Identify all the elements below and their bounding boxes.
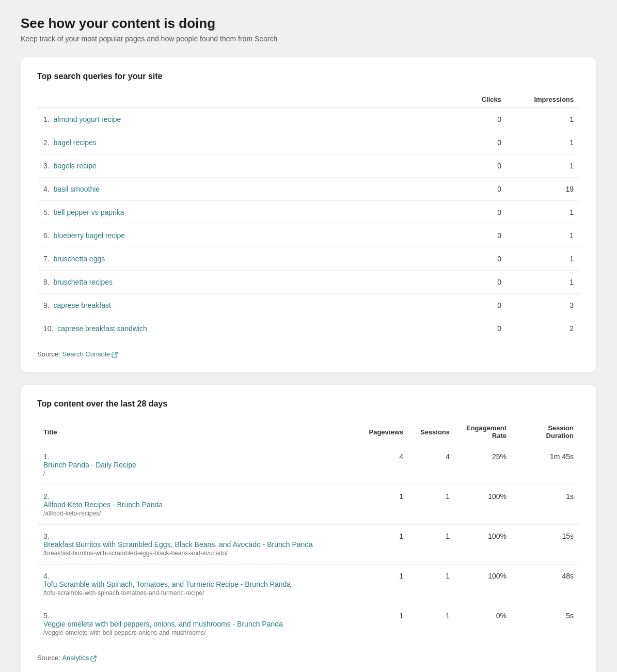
content-title-cell: 2. Allfood Keto Recipes - Brunch Panda /… (37, 485, 358, 525)
clicks-cell: 0 (446, 131, 508, 154)
search-queries-title: Top search queries for your site (37, 72, 580, 81)
pageviews-cell: 1 (358, 604, 409, 644)
pageviews-cell: 1 (358, 525, 409, 565)
clicks-cell: 0 (446, 271, 508, 294)
row-number: 3. (43, 532, 50, 540)
external-link-icon-2 (90, 655, 97, 662)
impressions-cell: 1 (508, 247, 580, 271)
content-title-cell: 4. Tofu Scramble with Spinach, Tomatoes,… (37, 565, 358, 604)
external-link-icon (112, 352, 118, 358)
table-row: 2. Allfood Keto Recipes - Brunch Panda /… (37, 485, 580, 525)
content-title-cell: 5. Veggie omelete with bell peppers, oni… (37, 604, 358, 644)
row-number: 10. (43, 324, 53, 333)
table-row: 10. caprese breakfast sandwich 0 2 (37, 317, 580, 340)
query-cell: 4. basil smoothie (37, 178, 446, 201)
row-number: 8. (43, 278, 50, 286)
content-title-cell: 1. Brunch Panda - Daily Recipe / (37, 445, 358, 485)
query-cell: 8. bruschetta recipes (37, 271, 446, 294)
content-title-cell: 3. Breakfast Burritos with Scrambled Egg… (37, 525, 358, 565)
content-title-link[interactable]: Brunch Panda - Daily Recipe (43, 461, 352, 469)
pageviews-cell: 4 (358, 445, 409, 485)
query-link[interactable]: caprese breakfast (54, 301, 111, 309)
search-queries-table: Clicks Impressions 1. almond yogurt reci… (37, 91, 580, 340)
duration-cell: 1m 45s (513, 445, 580, 485)
clicks-cell: 0 (446, 294, 508, 317)
query-cell: 6. blueberry bagel recipe (37, 224, 446, 247)
duration-cell: 1s (513, 485, 580, 525)
row-number: 3. (43, 162, 50, 170)
content-path: /breakfast-burritos-with-scrambled-eggs-… (43, 550, 352, 557)
query-link[interactable]: caprese breakfast sandwich (57, 324, 147, 333)
clicks-cell: 0 (446, 317, 508, 340)
duration-cell: 5s (513, 604, 580, 644)
pageviews-cell: 1 (358, 565, 409, 604)
engagement-cell: 25% (456, 445, 513, 485)
col-header-sessions: Sessions (409, 419, 456, 445)
row-number: 6. (43, 231, 50, 240)
sessions-cell: 4 (409, 445, 456, 485)
query-cell: 9. caprese breakfast (37, 294, 446, 317)
query-cell: 2. bagel recipes (37, 131, 446, 154)
content-title-link[interactable]: Breakfast Burritos with Scrambled Eggs, … (43, 540, 352, 549)
content-path: /allfood-keto-recipes/ (43, 510, 352, 517)
analytics-link[interactable]: Analytics (62, 654, 97, 662)
query-link[interactable]: bruschetta recipes (54, 278, 113, 286)
table-row: 3. Breakfast Burritos with Scrambled Egg… (37, 525, 580, 565)
query-link[interactable]: blueberry bagel recipe (54, 231, 125, 240)
query-link[interactable]: almond yogurt recipe (54, 115, 121, 123)
query-cell: 7. bruschetta eggs (37, 247, 446, 271)
clicks-cell: 0 (446, 108, 508, 131)
table-row: 4. Tofu Scramble with Spinach, Tomatoes,… (37, 565, 580, 604)
row-number: 4. (43, 572, 50, 580)
page-title: See how your content is doing (21, 15, 596, 32)
content-title-link[interactable]: Tofu Scramble with Spinach, Tomatoes, an… (43, 580, 352, 588)
search-source-line: Source: Search Console (37, 350, 580, 358)
engagement-cell: 100% (456, 485, 513, 525)
col-header-title: Title (37, 419, 358, 445)
impressions-cell: 1 (508, 131, 580, 154)
clicks-cell: 0 (446, 201, 508, 224)
row-number: 5. (43, 208, 50, 216)
query-cell: 5. bell pepper vs paprika (37, 201, 446, 224)
content-title-link[interactable]: Veggie omelete with bell peppers, onions… (43, 620, 352, 628)
table-row: 2. bagel recipes 0 1 (37, 131, 580, 154)
content-path: /tofu-scramble-with-spinach-tomatoes-and… (43, 589, 352, 597)
top-content-card: Top content over the last 28 days Title … (21, 385, 596, 672)
table-row: 4. basil smoothie 0 19 (37, 178, 580, 201)
query-link[interactable]: bagels recipe (54, 162, 97, 170)
impressions-cell: 1 (508, 201, 580, 224)
query-cell: 10. caprese breakfast sandwich (37, 317, 446, 340)
duration-cell: 48s (513, 565, 580, 604)
row-number: 5. (43, 612, 50, 620)
engagement-cell: 100% (456, 565, 513, 604)
query-link[interactable]: bagel recipes (54, 138, 97, 147)
duration-cell: 15s (513, 525, 580, 565)
table-row: 8. bruschetta recipes 0 1 (37, 271, 580, 294)
impressions-cell: 1 (508, 154, 580, 178)
clicks-cell: 0 (446, 224, 508, 247)
query-link[interactable]: bell pepper vs paprika (54, 208, 124, 216)
row-number: 2. (43, 138, 50, 147)
table-row: 1. Brunch Panda - Daily Recipe / 4 4 25%… (37, 445, 580, 485)
sessions-cell: 1 (409, 565, 456, 604)
search-console-link[interactable]: Search Console (62, 350, 118, 358)
query-link[interactable]: bruschetta eggs (54, 255, 105, 263)
query-link[interactable]: basil smoothie (54, 185, 100, 193)
row-number: 4. (43, 185, 50, 193)
content-path: /veggie-omelete-with-bell-peppers-onions… (43, 629, 352, 636)
col-header-clicks: Clicks (446, 91, 508, 108)
clicks-cell: 0 (446, 247, 508, 271)
content-title-link[interactable]: Allfood Keto Recipes - Brunch Panda (43, 501, 352, 509)
row-number: 7. (43, 255, 50, 263)
col-header-duration: Session Duration (513, 419, 580, 445)
engagement-cell: 100% (456, 525, 513, 565)
analytics-source-line: Source: Analytics (37, 654, 580, 662)
impressions-cell: 1 (508, 108, 580, 131)
query-cell: 3. bagels recipe (37, 154, 446, 178)
table-row: 5. Veggie omelete with bell peppers, oni… (37, 604, 580, 644)
query-cell: 1. almond yogurt recipe (37, 108, 446, 131)
sessions-cell: 1 (409, 525, 456, 565)
row-number: 1. (43, 115, 50, 123)
page-subtitle: Keep track of your most popular pages an… (21, 35, 596, 43)
table-row: 3. bagels recipe 0 1 (37, 154, 580, 178)
